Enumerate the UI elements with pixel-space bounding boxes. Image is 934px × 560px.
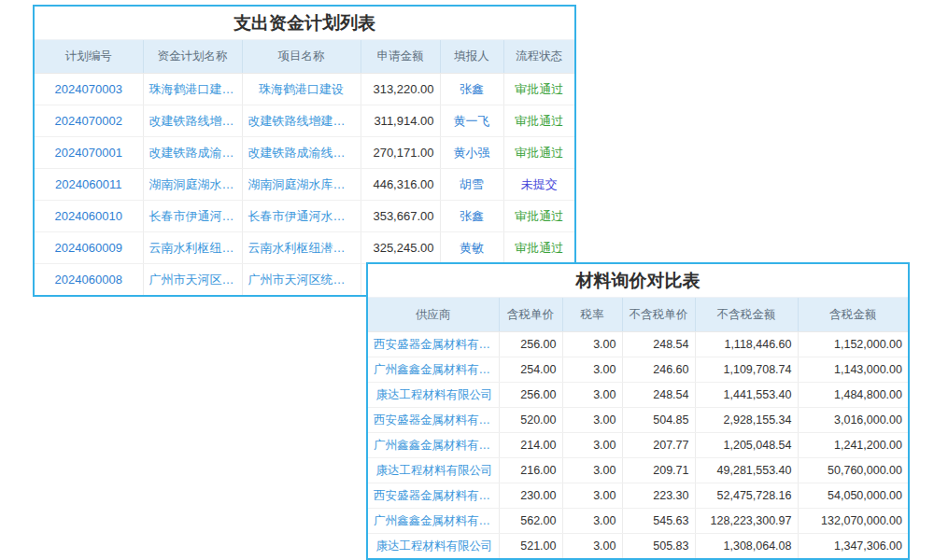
cell-tax_rate: 3.00 — [562, 483, 622, 509]
cell-reporter[interactable]: 张鑫 — [440, 74, 503, 105]
table-row: 西安盛器金属材料有限公司520.003.00504.852,928,155.34… — [368, 408, 908, 433]
cell-reporter[interactable]: 黄一飞 — [440, 105, 503, 137]
cell-tax_rate: 3.00 — [562, 332, 622, 357]
page: 支出资金计划列表 计划编号资金计划名称项目名称申请金额填报人流程状态 20240… — [0, 0, 934, 560]
cell-plan_no[interactable]: 2024070002 — [35, 105, 143, 137]
cell-amount_tax: 1,484,800.00 — [798, 383, 908, 408]
cell-project_name[interactable]: 改建铁路线增建第... — [242, 105, 361, 137]
cell-project_name[interactable]: 湖南洞庭湖水库引... — [242, 169, 361, 201]
cell-fund_plan_name[interactable]: 长春市伊通河水力发... — [143, 201, 242, 232]
cell-fund_plan_name[interactable]: 改建铁路线增建第二... — [143, 105, 242, 137]
cell-project_name[interactable]: 云南水利枢纽潜明... — [242, 232, 361, 264]
table-row: 康达工程材料有限公司256.003.00248.541,441,553.401,… — [368, 383, 908, 408]
expense-plan-header-row: 计划编号资金计划名称项目名称申请金额填报人流程状态 — [35, 40, 574, 74]
cell-tax_rate: 3.00 — [562, 458, 622, 483]
table-row: 2024070001改建铁路成渝线增建...改建铁路成渝线增...270,171… — [35, 137, 574, 169]
cell-price_tax: 520.00 — [499, 408, 562, 433]
material-inquiry-header-row: 供应商含税单价税率不含税单价不含税金额含税金额 — [368, 298, 908, 332]
cell-supplier[interactable]: 广州鑫鑫金属材料有限公司 — [368, 509, 499, 534]
cell-amount_no_tax: 2,928,155.34 — [695, 408, 798, 433]
cell-plan_no[interactable]: 2024070003 — [35, 74, 143, 105]
cell-reporter[interactable]: 胡雪 — [440, 169, 503, 201]
material-inquiry-table: 供应商含税单价税率不含税单价不含税金额含税金额 西安盛器金属材料有限公司256.… — [368, 298, 908, 558]
cell-amount_no_tax: 1,308,064.08 — [695, 534, 798, 559]
cell-fund_plan_name[interactable]: 改建铁路成渝线增建... — [143, 137, 242, 169]
cell-plan_no[interactable]: 2024060008 — [35, 264, 143, 296]
col-header-amount_no_tax: 不含税金额 — [695, 298, 798, 332]
cell-reporter[interactable]: 黄敏 — [440, 232, 503, 264]
table-row: 2024060011湖南洞庭湖水库引水...湖南洞庭湖水库引...446,316… — [35, 169, 574, 201]
cell-apply_amount: 311,914.00 — [361, 105, 440, 137]
cell-reporter[interactable]: 张鑫 — [440, 201, 503, 232]
cell-supplier[interactable]: 西安盛器金属材料有限公司 — [368, 332, 499, 357]
cell-amount_tax: 54,050,000.00 — [798, 483, 908, 509]
cell-supplier[interactable]: 康达工程材料有限公司 — [368, 534, 499, 559]
cell-status: 审批通过 — [503, 105, 574, 137]
cell-status: 审批通过 — [503, 137, 574, 169]
col-header-status: 流程状态 — [503, 40, 574, 74]
cell-plan_no[interactable]: 2024060010 — [35, 201, 143, 232]
cell-plan_no[interactable]: 2024060011 — [35, 169, 143, 201]
col-header-plan_no: 计划编号 — [35, 40, 143, 74]
col-header-fund_plan_name: 资金计划名称 — [143, 40, 242, 74]
cell-fund_plan_name[interactable]: 珠海鹤港口建设资金... — [143, 74, 242, 105]
cell-amount_no_tax: 1,205,048.54 — [695, 433, 798, 458]
cell-supplier[interactable]: 西安盛器金属材料有限公司 — [368, 483, 499, 509]
cell-apply_amount: 270,171.00 — [361, 137, 440, 169]
col-header-tax_rate: 税率 — [562, 298, 622, 332]
cell-tax_rate: 3.00 — [562, 433, 622, 458]
cell-supplier[interactable]: 康达工程材料有限公司 — [368, 458, 499, 483]
cell-plan_no[interactable]: 2024070001 — [35, 137, 143, 169]
col-header-reporter: 填报人 — [440, 40, 503, 74]
cell-apply_amount: 353,667.00 — [361, 201, 440, 232]
cell-amount_tax: 3,016,000.00 — [798, 408, 908, 433]
cell-fund_plan_name[interactable]: 广州市天河区统计局... — [143, 264, 242, 296]
cell-price_no_tax: 505.83 — [622, 534, 695, 559]
cell-project_name[interactable]: 改建铁路成渝线增... — [242, 137, 361, 169]
table-row: 2024060009云南水利枢纽潜明水...云南水利枢纽潜明...325,245… — [35, 232, 574, 264]
cell-project_name[interactable]: 珠海鹤港口建设 — [242, 74, 361, 105]
cell-amount_no_tax: 1,109,708.74 — [695, 357, 798, 383]
cell-plan_no[interactable]: 2024060009 — [35, 232, 143, 264]
cell-price_no_tax: 207.77 — [622, 433, 695, 458]
cell-amount_no_tax: 128,223,300.97 — [695, 509, 798, 534]
col-header-price_no_tax: 不含税单价 — [622, 298, 695, 332]
table-row: 广州鑫鑫金属材料有限公司254.003.00246.601,109,708.74… — [368, 357, 908, 383]
expense-plan-card: 支出资金计划列表 计划编号资金计划名称项目名称申请金额填报人流程状态 20240… — [33, 5, 576, 297]
cell-price_tax: 216.00 — [499, 458, 562, 483]
table-row: 2024060010长春市伊通河水力发...长春市伊通河水力...353,667… — [35, 201, 574, 232]
cell-supplier[interactable]: 广州鑫鑫金属材料有限公司 — [368, 357, 499, 383]
cell-supplier[interactable]: 广州鑫鑫金属材料有限公司 — [368, 433, 499, 458]
cell-amount_tax: 50,760,000.00 — [798, 458, 908, 483]
cell-price_no_tax: 209.71 — [622, 458, 695, 483]
cell-amount_tax: 1,152,000.00 — [798, 332, 908, 357]
cell-tax_rate: 3.00 — [562, 383, 622, 408]
cell-price_tax: 230.00 — [499, 483, 562, 509]
cell-project_name[interactable]: 广州市天河区统计... — [242, 264, 361, 296]
col-header-price_tax: 含税单价 — [499, 298, 562, 332]
cell-tax_rate: 3.00 — [562, 534, 622, 559]
cell-fund_plan_name[interactable]: 湖南洞庭湖水库引水... — [143, 169, 242, 201]
cell-project_name[interactable]: 长春市伊通河水力... — [242, 201, 361, 232]
cell-tax_rate: 3.00 — [562, 408, 622, 433]
cell-status: 审批通过 — [503, 201, 574, 232]
cell-price_no_tax: 246.60 — [622, 357, 695, 383]
cell-tax_rate: 3.00 — [562, 509, 622, 534]
cell-supplier[interactable]: 西安盛器金属材料有限公司 — [368, 408, 499, 433]
cell-price_no_tax: 223.30 — [622, 483, 695, 509]
cell-price_tax: 521.00 — [499, 534, 562, 559]
cell-status: 审批通过 — [503, 74, 574, 105]
col-header-apply_amount: 申请金额 — [361, 40, 440, 74]
cell-price_tax: 256.00 — [499, 332, 562, 357]
cell-amount_tax: 1,347,306.00 — [798, 534, 908, 559]
cell-supplier[interactable]: 康达工程材料有限公司 — [368, 383, 499, 408]
cell-price_tax: 214.00 — [499, 433, 562, 458]
table-row: 2024070003珠海鹤港口建设资金...珠海鹤港口建设313,220.00张… — [35, 74, 574, 105]
cell-price_tax: 256.00 — [499, 383, 562, 408]
cell-reporter[interactable]: 黄小强 — [440, 137, 503, 169]
material-inquiry-title: 材料询价对比表 — [368, 264, 908, 298]
cell-fund_plan_name[interactable]: 云南水利枢纽潜明水... — [143, 232, 242, 264]
material-inquiry-card: 材料询价对比表 供应商含税单价税率不含税单价不含税金额含税金额 西安盛器金属材料… — [366, 262, 910, 560]
cell-price_tax: 562.00 — [499, 509, 562, 534]
cell-price_tax: 254.00 — [499, 357, 562, 383]
